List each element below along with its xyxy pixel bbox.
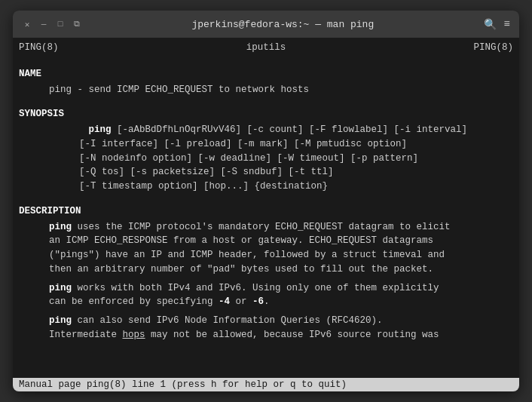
name-content: ping - send ICMP ECHO_REQUEST to network… (19, 83, 513, 97)
synopsis-line5: [-T timestamp option] [hop...] {destinat… (19, 180, 513, 194)
close-button[interactable]: ✕ (22, 19, 32, 29)
titlebar: ✕ — □ ⧉ jperkins@fedora-ws:~ — man ping … (13, 11, 519, 38)
synopsis-line4: [-Q tos] [-s packetsize] [-S sndbuf] [-t… (19, 165, 513, 180)
terminal-window: ✕ — □ ⧉ jperkins@fedora-ws:~ — man ping … (13, 11, 519, 391)
man-page-header: PING(8) iputils PING(8) (19, 41, 513, 55)
man-header-left: PING(8) (19, 41, 59, 55)
status-bar: Manual page ping(8) line 1 (press h for … (13, 378, 519, 391)
window-controls: ✕ — □ ⧉ (22, 19, 82, 29)
menu-icon[interactable]: ≡ (504, 18, 510, 30)
synopsis-line2: [-I interface] [-l preload] [-m mark] [-… (19, 137, 513, 152)
terminal-content: PING(8) iputils PING(8) NAME ping - send… (13, 38, 519, 378)
synopsis-heading: SYNOPSIS (19, 107, 513, 121)
restore-button[interactable]: ⧉ (72, 19, 82, 29)
description-heading: DESCRIPTION (19, 204, 513, 219)
name-heading: NAME (19, 67, 513, 81)
synopsis-line3: [-N nodeinfo option] [-w deadline] [-W t… (19, 152, 513, 166)
synopsis-section: SYNOPSIS ping [-aAbBdDfhLnOqrRUvV46] [-c… (19, 101, 513, 194)
description-para3: ping can also send IPv6 Node Information… (19, 314, 513, 342)
description-para2: ping works with both IPv4 and IPv6. Usin… (19, 281, 513, 310)
search-icon[interactable]: 🔍 (484, 18, 497, 31)
synopsis-line1: ping [-aAbBdDfhLnOqrRUvV46] [-c count] [… (19, 123, 513, 137)
titlebar-actions: 🔍 ≡ (484, 18, 510, 31)
description-para1: ping uses the ICMP protocol's mandatory … (19, 220, 513, 277)
man-header-center: iputils (246, 41, 286, 55)
description-section: DESCRIPTION ping uses the ICMP protocol'… (19, 198, 513, 342)
window-title: jperkins@fedora-ws:~ — man ping (82, 19, 484, 30)
maximize-button[interactable]: □ (55, 19, 66, 29)
synopsis-cmd: ping (89, 124, 112, 135)
man-header-right: PING(8) (473, 41, 513, 55)
minimize-button[interactable]: — (38, 19, 49, 29)
